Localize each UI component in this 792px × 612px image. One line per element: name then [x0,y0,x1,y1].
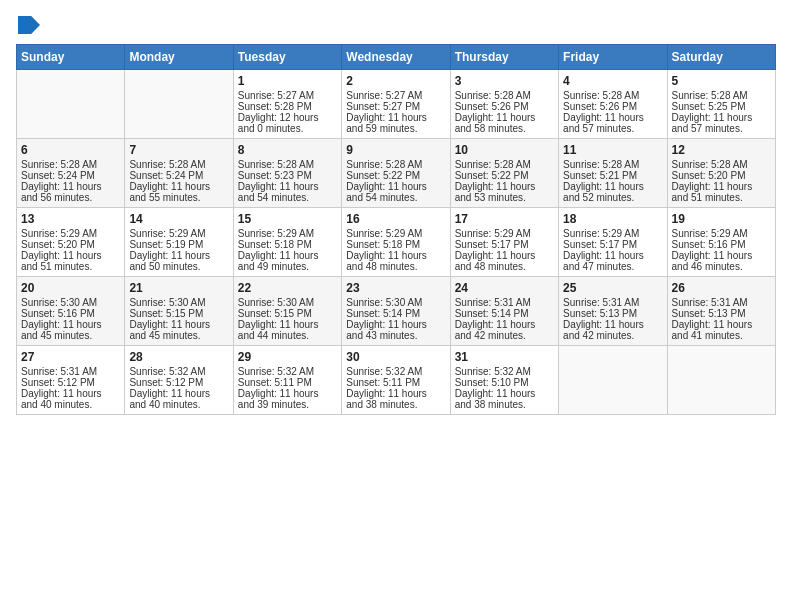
sunset-text: Sunset: 5:10 PM [455,377,529,388]
sunset-text: Sunset: 5:20 PM [21,239,95,250]
day-cell: 9 Sunrise: 5:28 AM Sunset: 5:22 PM Dayli… [342,139,450,208]
sunrise-text: Sunrise: 5:29 AM [21,228,97,239]
day-cell: 1 Sunrise: 5:27 AM Sunset: 5:28 PM Dayli… [233,70,341,139]
day-number: 22 [238,281,337,295]
day-cell: 12 Sunrise: 5:28 AM Sunset: 5:20 PM Dayl… [667,139,775,208]
sunrise-text: Sunrise: 5:29 AM [129,228,205,239]
daylight-text: Daylight: 11 hours and 50 minutes. [129,250,210,272]
day-number: 25 [563,281,662,295]
daylight-text: Daylight: 11 hours and 45 minutes. [21,319,102,341]
daylight-text: Daylight: 11 hours and 40 minutes. [129,388,210,410]
day-number: 24 [455,281,554,295]
week-row-4: 20 Sunrise: 5:30 AM Sunset: 5:16 PM Dayl… [17,277,776,346]
sunset-text: Sunset: 5:15 PM [238,308,312,319]
sunrise-text: Sunrise: 5:32 AM [346,366,422,377]
daylight-text: Daylight: 11 hours and 40 minutes. [21,388,102,410]
daylight-text: Daylight: 11 hours and 49 minutes. [238,250,319,272]
daylight-text: Daylight: 11 hours and 57 minutes. [672,112,753,134]
daylight-text: Daylight: 11 hours and 44 minutes. [238,319,319,341]
sunset-text: Sunset: 5:11 PM [238,377,312,388]
sunset-text: Sunset: 5:24 PM [129,170,203,181]
sunset-text: Sunset: 5:20 PM [672,170,746,181]
sunset-text: Sunset: 5:18 PM [238,239,312,250]
sunset-text: Sunset: 5:12 PM [129,377,203,388]
header-row: SundayMondayTuesdayWednesdayThursdayFrid… [17,45,776,70]
sunrise-text: Sunrise: 5:32 AM [129,366,205,377]
sunset-text: Sunset: 5:16 PM [672,239,746,250]
sunset-text: Sunset: 5:26 PM [455,101,529,112]
sunset-text: Sunset: 5:21 PM [563,170,637,181]
day-cell: 17 Sunrise: 5:29 AM Sunset: 5:17 PM Dayl… [450,208,558,277]
day-number: 30 [346,350,445,364]
sunrise-text: Sunrise: 5:28 AM [455,159,531,170]
sunset-text: Sunset: 5:23 PM [238,170,312,181]
col-header-monday: Monday [125,45,233,70]
col-header-friday: Friday [559,45,667,70]
day-cell: 24 Sunrise: 5:31 AM Sunset: 5:14 PM Dayl… [450,277,558,346]
daylight-text: Daylight: 11 hours and 43 minutes. [346,319,427,341]
week-row-1: 1 Sunrise: 5:27 AM Sunset: 5:28 PM Dayli… [17,70,776,139]
logo-icon [18,16,40,34]
sunset-text: Sunset: 5:13 PM [563,308,637,319]
week-row-2: 6 Sunrise: 5:28 AM Sunset: 5:24 PM Dayli… [17,139,776,208]
daylight-text: Daylight: 11 hours and 52 minutes. [563,181,644,203]
sunset-text: Sunset: 5:25 PM [672,101,746,112]
daylight-text: Daylight: 11 hours and 42 minutes. [563,319,644,341]
sunrise-text: Sunrise: 5:32 AM [455,366,531,377]
sunrise-text: Sunrise: 5:29 AM [563,228,639,239]
daylight-text: Daylight: 11 hours and 45 minutes. [129,319,210,341]
day-number: 14 [129,212,228,226]
sunset-text: Sunset: 5:17 PM [455,239,529,250]
day-number: 16 [346,212,445,226]
day-cell: 18 Sunrise: 5:29 AM Sunset: 5:17 PM Dayl… [559,208,667,277]
day-cell [125,70,233,139]
day-cell: 5 Sunrise: 5:28 AM Sunset: 5:25 PM Dayli… [667,70,775,139]
day-number: 26 [672,281,771,295]
week-row-3: 13 Sunrise: 5:29 AM Sunset: 5:20 PM Dayl… [17,208,776,277]
sunset-text: Sunset: 5:17 PM [563,239,637,250]
day-cell: 21 Sunrise: 5:30 AM Sunset: 5:15 PM Dayl… [125,277,233,346]
sunrise-text: Sunrise: 5:31 AM [563,297,639,308]
day-cell [667,346,775,415]
day-cell: 19 Sunrise: 5:29 AM Sunset: 5:16 PM Dayl… [667,208,775,277]
sunrise-text: Sunrise: 5:28 AM [563,159,639,170]
day-cell: 4 Sunrise: 5:28 AM Sunset: 5:26 PM Dayli… [559,70,667,139]
sunset-text: Sunset: 5:27 PM [346,101,420,112]
calendar-table: SundayMondayTuesdayWednesdayThursdayFrid… [16,44,776,415]
daylight-text: Daylight: 11 hours and 51 minutes. [672,181,753,203]
col-header-thursday: Thursday [450,45,558,70]
daylight-text: Daylight: 11 hours and 54 minutes. [238,181,319,203]
daylight-text: Daylight: 11 hours and 46 minutes. [672,250,753,272]
day-cell: 3 Sunrise: 5:28 AM Sunset: 5:26 PM Dayli… [450,70,558,139]
sunset-text: Sunset: 5:24 PM [21,170,95,181]
day-cell: 6 Sunrise: 5:28 AM Sunset: 5:24 PM Dayli… [17,139,125,208]
day-cell: 22 Sunrise: 5:30 AM Sunset: 5:15 PM Dayl… [233,277,341,346]
daylight-text: Daylight: 11 hours and 55 minutes. [129,181,210,203]
sunset-text: Sunset: 5:12 PM [21,377,95,388]
day-number: 8 [238,143,337,157]
sunrise-text: Sunrise: 5:30 AM [346,297,422,308]
sunset-text: Sunset: 5:22 PM [346,170,420,181]
day-number: 4 [563,74,662,88]
day-number: 12 [672,143,771,157]
day-cell: 31 Sunrise: 5:32 AM Sunset: 5:10 PM Dayl… [450,346,558,415]
day-cell [559,346,667,415]
day-number: 19 [672,212,771,226]
col-header-wednesday: Wednesday [342,45,450,70]
day-number: 7 [129,143,228,157]
daylight-text: Daylight: 11 hours and 59 minutes. [346,112,427,134]
sunset-text: Sunset: 5:14 PM [455,308,529,319]
daylight-text: Daylight: 11 hours and 56 minutes. [21,181,102,203]
sunset-text: Sunset: 5:13 PM [672,308,746,319]
sunset-text: Sunset: 5:14 PM [346,308,420,319]
col-header-sunday: Sunday [17,45,125,70]
sunrise-text: Sunrise: 5:28 AM [672,159,748,170]
day-number: 6 [21,143,120,157]
day-number: 11 [563,143,662,157]
sunset-text: Sunset: 5:26 PM [563,101,637,112]
daylight-text: Daylight: 11 hours and 42 minutes. [455,319,536,341]
sunrise-text: Sunrise: 5:31 AM [21,366,97,377]
sunrise-text: Sunrise: 5:28 AM [21,159,97,170]
sunset-text: Sunset: 5:11 PM [346,377,420,388]
daylight-text: Daylight: 11 hours and 58 minutes. [455,112,536,134]
